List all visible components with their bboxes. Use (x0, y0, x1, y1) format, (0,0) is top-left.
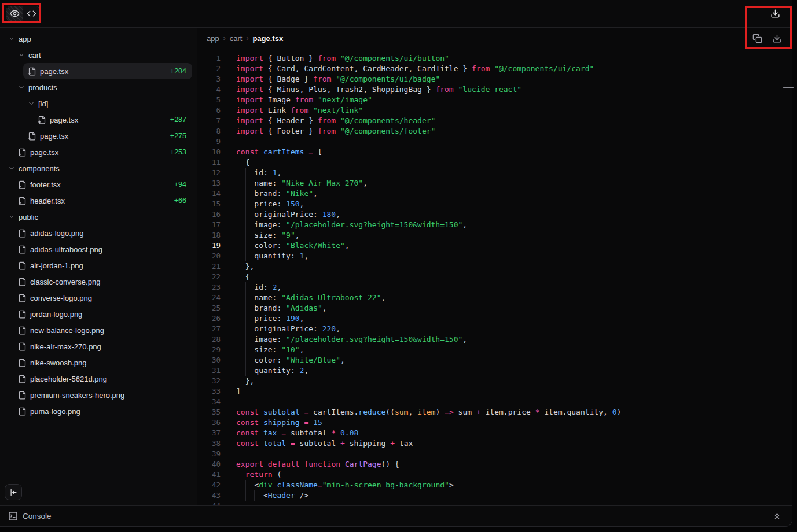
line-number: 19 (197, 241, 221, 251)
tree-item-label: nike-swoosh.png (30, 359, 87, 367)
code-line-31: 31 quantity: 2, (197, 365, 792, 376)
code-line-20: 20 quantity: 1, (197, 251, 792, 261)
indent-guide (245, 282, 246, 293)
tree-file-classic-converse-png[interactable]: classic-converse.png (13, 274, 192, 290)
indent-guide (245, 178, 246, 189)
file-icon (18, 294, 27, 302)
tree-file-page-tsx[interactable]: page.tsx+253 (13, 144, 192, 160)
tree-file-air-jordan-1-png[interactable]: air-jordan-1.png (13, 257, 192, 274)
panel-left-close-icon (9, 488, 18, 497)
tree-file-converse-logo-png[interactable]: converse-logo.png (13, 290, 192, 306)
tree-item-label: premium-sneakers-hero.png (30, 391, 124, 400)
tree-file-premium-sneakers-hero-png[interactable]: premium-sneakers-hero.png (13, 387, 192, 403)
code-line-3: 3import { Badge } from "@/components/ui/… (197, 74, 792, 84)
code-line-32: 32 }, (197, 376, 792, 386)
line-number: 7 (197, 116, 221, 126)
tree-item-label: placeholder-5621d.png (30, 375, 107, 383)
file-plus-icon (18, 148, 27, 157)
tree-file-jordan-logo-png[interactable]: jordan-logo.png (13, 306, 192, 322)
tree-file-header-tsx[interactable]: header.tsx+66 (13, 193, 192, 209)
code-panel: app›cart›page.tsx 1import { Button } fro… (197, 28, 792, 505)
tree-item-label: page.tsx (40, 67, 68, 76)
code-line-33: 33] (197, 386, 792, 397)
tree-folder-components[interactable]: components (3, 160, 192, 176)
download-button[interactable] (768, 6, 783, 21)
tree-file-nike-air-max-270-png[interactable]: nike-air-max-270.png (13, 338, 192, 354)
tree-folder-cart[interactable]: cart (13, 47, 192, 63)
line-number: 12 (197, 168, 221, 178)
code-header: app›cart›page.tsx (197, 28, 792, 49)
line-number: 25 (197, 303, 221, 313)
console-bar[interactable]: Console (0, 505, 792, 526)
code-line-30: 30 color: "White/Blue", (197, 355, 792, 365)
tree-item-label: air-jordan-1.png (30, 261, 83, 270)
chevron-down-icon (18, 51, 25, 58)
code-line-42: 42 <div className="min-h-screen bg-backg… (197, 480, 792, 490)
breadcrumb-separator: › (223, 34, 226, 42)
file-icon (18, 245, 27, 254)
tree-file-page-tsx[interactable]: page.tsx+275 (23, 128, 192, 144)
tree-folder-public[interactable]: public (3, 209, 192, 225)
file-plus-icon (28, 67, 36, 76)
line-number: 5 (197, 95, 221, 105)
line-number: 29 (197, 345, 221, 355)
tree-file-adidas-ultraboost-png[interactable]: adidas-ultraboost.png (13, 241, 192, 257)
indent-guide (245, 365, 246, 376)
line-number: 42 (197, 480, 221, 490)
indent-guide (245, 241, 246, 251)
file-plus-icon (18, 197, 27, 205)
tree-file-footer-tsx[interactable]: footer.tsx+94 (13, 176, 192, 193)
indent-guide (245, 334, 246, 345)
code-line-23: 23 id: 2, (197, 282, 792, 293)
preview-toggle-button[interactable] (6, 6, 23, 21)
tree-file-page-tsx[interactable]: page.tsx+204 (23, 63, 192, 79)
tree-file-new-balance-logo-png[interactable]: new-balance-logo.png (13, 322, 192, 338)
tree-file-puma-logo-png[interactable]: puma-logo.png (13, 403, 192, 419)
code-line-39: 39 (197, 449, 792, 459)
line-number: 8 (197, 126, 221, 136)
line-number: 21 (197, 261, 221, 272)
line-number: 16 (197, 209, 221, 220)
expand-console-button[interactable] (770, 509, 784, 523)
terminal-icon (8, 511, 18, 521)
collapse-sidebar-button[interactable] (5, 484, 22, 500)
code-line-25: 25 brand: "Adidas", (197, 303, 792, 313)
line-number: 26 (197, 313, 221, 324)
tree-file-placeholder-5621d-png[interactable]: placeholder-5621d.png (13, 371, 192, 387)
file-icon (18, 391, 27, 400)
chevron-down-icon (8, 165, 15, 172)
breadcrumb-item-cart[interactable]: cart (230, 34, 243, 43)
breadcrumb-item-app[interactable]: app (207, 34, 219, 43)
tree-item-label: converse-logo.png (30, 294, 92, 302)
eye-icon (10, 9, 20, 19)
chevron-down-icon (18, 84, 25, 91)
code-line-36: 36const shipping = 15 (197, 418, 792, 428)
line-number: 20 (197, 251, 221, 261)
chevrons-up-icon (773, 512, 781, 520)
code-line-8: 8import { Footer } from "@/components/fo… (197, 126, 792, 136)
code-line-6: 6import Link from "next/link" (197, 105, 792, 116)
code-line-34: 34 (197, 397, 792, 407)
line-number: 18 (197, 230, 221, 241)
download-button[interactable] (770, 31, 784, 46)
tree-file-page-tsx[interactable]: page.tsx+287 (33, 112, 192, 128)
indent-guide (245, 324, 246, 334)
line-number: 37 (197, 428, 221, 438)
code-icon (27, 9, 36, 19)
panel-resize-handle[interactable] (783, 87, 794, 88)
line-number: 28 (197, 334, 221, 345)
tree-folder--id-[interactable]: [id] (23, 95, 192, 112)
tree-file-nike-swoosh-png[interactable]: nike-swoosh.png (13, 354, 192, 371)
tree-folder-app[interactable]: app (3, 31, 192, 47)
tree-folder-products[interactable]: products (13, 79, 192, 95)
tree-file-adidas-logo-png[interactable]: adidas-logo.png (13, 225, 192, 241)
indent-guide (245, 230, 246, 241)
diff-added-badge: +94 (170, 180, 186, 189)
code-editor[interactable]: 1import { Button } from "@/components/ui… (197, 49, 792, 505)
code-toggle-button[interactable] (23, 6, 40, 21)
copy-button[interactable] (750, 31, 765, 46)
file-icon (18, 278, 27, 286)
line-number: 6 (197, 105, 221, 116)
file-tree-sidebar: appcartpage.tsx+204products[id]page.tsx+… (0, 28, 197, 505)
indent-guide (245, 168, 246, 178)
